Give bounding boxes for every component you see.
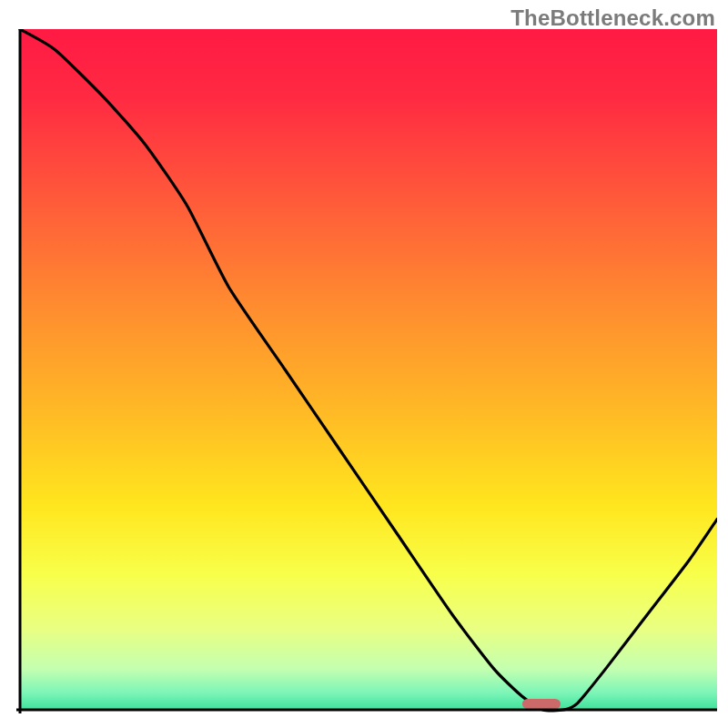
- watermark-text: TheBottleneck.com: [511, 5, 715, 31]
- gradient-background: [20, 29, 717, 710]
- plot-area: [16, 29, 717, 713]
- optimal-marker: [522, 699, 561, 709]
- chart-stage: TheBottleneck.com: [0, 0, 728, 728]
- bottleneck-chart: [16, 29, 717, 713]
